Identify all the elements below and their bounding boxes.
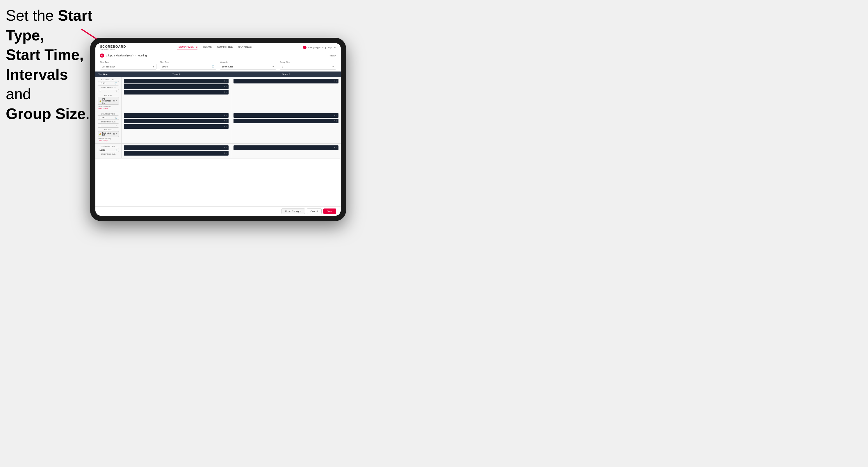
- player-remove-icon[interactable]: ✕: [224, 125, 226, 128]
- start-type-label: Start Type: [100, 61, 156, 63]
- nav-logo-sub: Powered by clipp.io: [100, 48, 126, 50]
- player-remove-icon[interactable]: ✕: [224, 80, 226, 82]
- table-header-team1: Team 1: [122, 71, 231, 77]
- nav-user-avatar: [303, 45, 307, 49]
- starting-time-label-2: STARTING TIME:: [98, 113, 119, 115]
- instruction-bold3: Intervals: [6, 66, 68, 83]
- player-info-icon[interactable]: ○: [226, 125, 227, 128]
- nav-link-teams[interactable]: TEAMS: [203, 45, 212, 50]
- player-row: ✕ ○: [234, 113, 339, 118]
- intervals-select[interactable]: 10 Minutes ▼: [220, 64, 276, 69]
- nav-sign-out[interactable]: Sign out: [328, 46, 336, 49]
- breadcrumb-bar: C Clippd Invitational (Mar) › Hosting ‹ …: [95, 52, 341, 59]
- starting-hole-val-2: 1: [99, 124, 101, 127]
- add-group-btn-1[interactable]: + Add Group: [98, 107, 119, 109]
- intervals-value: 10 Minutes: [222, 65, 233, 68]
- player-info-icon[interactable]: ○: [226, 152, 227, 154]
- player-row: ✕ ○: [124, 119, 228, 123]
- starting-time-val-1: 10:00: [99, 82, 105, 85]
- player-row: [234, 84, 339, 89]
- start-type-select[interactable]: 1st Tee Start ▼: [100, 64, 156, 69]
- nav-link-committee[interactable]: COMMITTEE: [217, 45, 232, 50]
- nav-logo: SCOREBOARD Powered by clipp.io: [100, 45, 126, 50]
- start-type-chevron-icon: ▼: [152, 66, 154, 68]
- nav-link-tournaments[interactable]: TOURNAMENTS: [177, 45, 197, 50]
- course-label-1: COURSE:: [98, 94, 119, 96]
- player-icons: ✕ ○: [334, 120, 337, 122]
- cancel-button[interactable]: Cancel: [307, 209, 321, 214]
- player-remove-icon[interactable]: ✕: [224, 152, 226, 154]
- nav-logo-text: SCOREBOARD: [100, 45, 126, 48]
- player-row: ✕ ○: [124, 79, 228, 84]
- player-info-icon[interactable]: ○: [226, 91, 227, 93]
- save-button[interactable]: Save: [323, 209, 336, 214]
- table-header-tee-time: Tee Time: [95, 71, 122, 77]
- instruction-bold1: Start Type,: [6, 7, 92, 43]
- player-info-icon[interactable]: ○: [336, 114, 337, 117]
- player-info-icon[interactable]: ○: [226, 147, 227, 149]
- course-name-1: (A) Peachtree GC: [102, 98, 112, 104]
- player-remove-icon[interactable]: ✕: [224, 91, 226, 93]
- starting-hole-input-2[interactable]: 1 ⇅: [98, 123, 119, 128]
- nav-user: blair@clippd.io | Sign out: [303, 45, 336, 49]
- player-info-icon[interactable]: ○: [336, 120, 337, 122]
- player-info-icon[interactable]: ○: [226, 86, 227, 88]
- player-row: ✕ ○: [234, 119, 339, 123]
- course-remove-icon-2[interactable]: ✕: [113, 133, 115, 135]
- player-remove-icon[interactable]: ✕: [224, 86, 226, 88]
- course-remove-icon-1[interactable]: ✕: [113, 100, 115, 102]
- instruction-block: Set the Start Type, Start Time, Interval…: [6, 6, 96, 124]
- intervals-label: Intervals: [220, 61, 276, 63]
- team2-col-2: ✕ ○ ✕ ○: [231, 112, 341, 143]
- player-info-icon[interactable]: ○: [336, 80, 337, 82]
- player-remove-icon[interactable]: ✕: [334, 147, 336, 149]
- player-remove-icon[interactable]: ✕: [334, 114, 336, 117]
- player-row: ✕ ○: [234, 79, 339, 84]
- player-remove-icon[interactable]: ✕: [224, 120, 226, 122]
- nav-user-email: blair@clippd.io: [308, 46, 323, 49]
- player-remove-icon[interactable]: ✕: [224, 114, 226, 117]
- starting-time-input-2[interactable]: 10:10 🕙: [98, 116, 119, 120]
- player-remove-icon[interactable]: ✕: [334, 120, 336, 122]
- player-remove-icon[interactable]: ✕: [224, 147, 226, 149]
- remove-group-btn-2[interactable]: ○ Remove Group: [98, 138, 119, 139]
- tee-time-col-3: STARTING TIME: 10:20 🕙 STARTING HOLE:: [95, 144, 122, 158]
- team1-col-1: ✕ ○ ✕ ○ ✕ ○: [122, 77, 231, 111]
- starting-time-input-3[interactable]: 10:20 🕙: [98, 148, 119, 152]
- course-tag-icon-2: ⛳: [99, 133, 101, 135]
- back-button[interactable]: ‹ Back: [329, 54, 336, 57]
- group-size-select[interactable]: 3 ▼: [280, 64, 336, 69]
- team2-col-3: ✕ ○: [231, 144, 341, 158]
- tee-time-col-2: STARTING TIME: 10:10 🕙 STARTING HOLE: 1 …: [95, 112, 122, 143]
- reset-changes-button[interactable]: Reset Changes: [281, 209, 305, 214]
- course-edit-icon-1[interactable]: ✎: [116, 100, 118, 102]
- add-group-btn-2[interactable]: + Add Group: [98, 140, 119, 142]
- table-row: STARTING TIME: 10:20 🕙 STARTING HOLE: ✕ …: [95, 144, 341, 158]
- remove-group-btn-1[interactable]: ○ Remove Group: [98, 105, 119, 107]
- table-body: STARTING TIME: 10:00 🕙 STARTING HOLE: 1 …: [95, 77, 341, 207]
- breadcrumb-tournament[interactable]: Clippd Invitational (Mar): [106, 54, 133, 57]
- breadcrumb-separator: ›: [135, 54, 136, 57]
- player-remove-icon[interactable]: ✕: [334, 80, 336, 82]
- starting-hole-input-1[interactable]: 1 ⇅: [98, 89, 119, 93]
- player-icons: ✕ ○: [224, 86, 227, 88]
- nav-link-rankings[interactable]: RANKINGS: [238, 45, 251, 50]
- player-info-icon[interactable]: ○: [226, 120, 227, 122]
- nav-bar: SCOREBOARD Powered by clipp.io TOURNAMEN…: [95, 43, 341, 52]
- player-info-icon[interactable]: ○: [336, 147, 337, 149]
- player-row: ✕ ○: [124, 84, 228, 89]
- start-time-select[interactable]: 10:00 🕙: [160, 64, 216, 69]
- starting-time-label-1: STARTING TIME:: [98, 79, 119, 81]
- player-info-icon[interactable]: ○: [226, 80, 227, 82]
- group-size-chevron-icon: ▼: [332, 66, 334, 68]
- starting-time-val-2: 10:10: [99, 116, 105, 119]
- start-type-group: Start Type 1st Tee Start ▼: [100, 61, 156, 69]
- course-edit-icon-2[interactable]: ✎: [116, 133, 118, 135]
- player-info-icon[interactable]: ○: [226, 114, 227, 117]
- breadcrumb-section: Hosting: [138, 54, 147, 57]
- player-row: [234, 151, 339, 156]
- controls-row: Start Type 1st Tee Start ▼ Start Time 10…: [95, 59, 341, 71]
- instruction-line3: and: [6, 86, 31, 102]
- breadcrumb: C Clippd Invitational (Mar) › Hosting: [100, 54, 147, 58]
- starting-time-input-1[interactable]: 10:00 🕙: [98, 81, 119, 86]
